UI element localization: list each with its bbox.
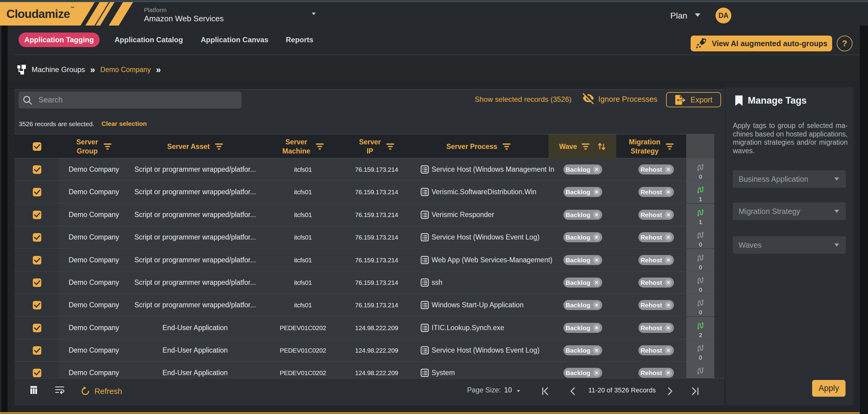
svg-text:Cloudamize: Cloudamize	[6, 7, 70, 20]
svg-text:™: ™	[70, 6, 74, 10]
